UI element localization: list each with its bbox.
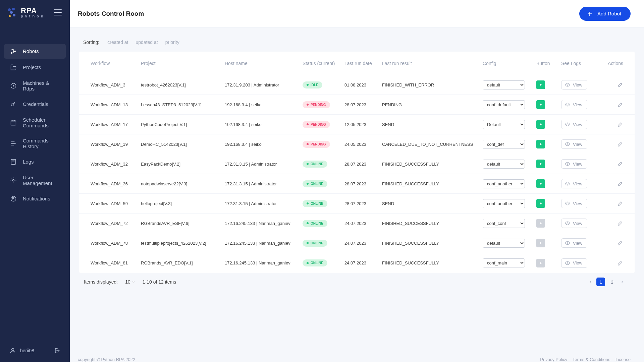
cell-last-run-date: 24.07.2023 <box>344 221 382 226</box>
sort-option[interactable]: created at <box>107 40 128 45</box>
status-badge: IDLE <box>303 81 322 88</box>
config-select[interactable]: default <box>483 160 525 169</box>
sidebar-item-users[interactable]: User Management <box>4 171 66 190</box>
config-select[interactable]: conf_def <box>483 140 525 149</box>
view-logs-button[interactable]: View <box>561 258 587 268</box>
footer-link[interactable]: Terms & Conditions <box>573 357 610 362</box>
run-button[interactable] <box>536 199 545 208</box>
edit-icon[interactable] <box>617 240 623 246</box>
config-select[interactable]: conf_main <box>483 258 525 267</box>
config-select[interactable]: conf_another <box>483 199 525 208</box>
run-button[interactable] <box>536 160 545 168</box>
table-row: Workflow_ADM_36 notepadwinserve22[V.3] 1… <box>79 174 635 194</box>
cell-run <box>536 199 561 208</box>
col-config[interactable]: Config <box>483 61 536 66</box>
logout-icon[interactable] <box>54 347 60 354</box>
run-button[interactable] <box>536 120 545 129</box>
cell-host: 172.31.3.15 | Administrator <box>225 162 303 167</box>
sidebar-item-notifications[interactable]: Notifications <box>4 191 66 206</box>
col-actions[interactable]: Actions <box>602 61 623 66</box>
chevron-down-icon <box>132 280 135 284</box>
run-button[interactable] <box>536 179 545 188</box>
run-button[interactable] <box>536 100 545 109</box>
view-logs-button[interactable]: View <box>561 139 587 149</box>
sidebar-item-logs[interactable]: Logs <box>4 155 66 169</box>
sidebar-item-scheduler[interactable]: Scheduler Commands <box>4 113 66 132</box>
cell-status: PENDING <box>303 101 344 108</box>
footer-link[interactable]: License <box>615 357 631 362</box>
config-select[interactable]: conf_another <box>483 179 525 188</box>
col-host[interactable]: Host name <box>225 61 303 66</box>
cell-config: default <box>483 80 536 89</box>
view-logs-button[interactable]: View <box>561 199 587 208</box>
run-button[interactable] <box>536 80 545 89</box>
sidebar-item-robots[interactable]: Robots <box>4 44 66 59</box>
edit-icon[interactable] <box>617 260 623 266</box>
edit-icon[interactable] <box>617 82 623 88</box>
edit-icon[interactable] <box>617 141 623 147</box>
page-size-select[interactable]: 10 <box>124 279 137 285</box>
eye-icon <box>565 181 570 186</box>
edit-icon[interactable] <box>617 161 623 167</box>
cell-view: View <box>561 120 602 129</box>
view-logs-button[interactable]: View <box>561 80 587 89</box>
footer-link[interactable]: Privacy Policy <box>540 357 567 362</box>
edit-icon[interactable] <box>617 102 623 108</box>
topbar: Robots Control Room Add Robot <box>70 0 644 27</box>
config-select[interactable]: Default <box>483 120 525 129</box>
add-robot-button[interactable]: Add Robot <box>579 7 631 21</box>
sort-option[interactable]: priority <box>165 40 179 45</box>
cell-view: View <box>561 139 602 149</box>
main: Robots Control Room Add Robot Sorting: c… <box>70 0 644 362</box>
cell-config: default <box>483 160 536 169</box>
view-logs-button[interactable]: View <box>561 159 587 169</box>
col-see-logs[interactable]: See Logs <box>561 61 602 66</box>
pager-next[interactable] <box>619 280 625 284</box>
svg-point-11 <box>567 104 568 105</box>
sidebar-item-history[interactable]: Commands History <box>4 134 66 153</box>
sort-option[interactable]: updated at <box>136 40 158 45</box>
edit-icon[interactable] <box>617 200 623 206</box>
svg-point-18 <box>567 242 568 244</box>
run-button[interactable] <box>536 140 545 148</box>
pager-page[interactable]: 1 <box>596 278 605 286</box>
sidebar-item-credentials[interactable]: Credentials <box>4 97 66 112</box>
svg-point-16 <box>567 203 568 204</box>
pager-page[interactable]: 2 <box>608 278 616 286</box>
cell-actions <box>602 141 623 147</box>
cell-last-run-date: 28.07.2023 <box>344 162 382 167</box>
col-status[interactable]: Status (current) <box>303 61 344 66</box>
robots-icon <box>10 48 17 55</box>
cell-actions <box>602 240 623 246</box>
edit-icon[interactable] <box>617 181 623 187</box>
col-workflow[interactable]: Workflow <box>91 61 141 66</box>
sidebar-item-label: Notifications <box>23 196 50 201</box>
hamburger-icon[interactable] <box>54 9 62 15</box>
config-select[interactable]: conf_conf <box>483 219 525 228</box>
cell-workflow: Workflow_ADM_32 <box>91 162 141 167</box>
edit-icon[interactable] <box>617 121 623 127</box>
config-select[interactable]: default <box>483 80 525 89</box>
run-button <box>536 259 545 267</box>
col-last-run-date[interactable]: Last run date <box>344 61 382 66</box>
col-project[interactable]: Project <box>141 61 225 66</box>
view-logs-button[interactable]: View <box>561 120 587 129</box>
cell-status: PENDING <box>303 141 344 148</box>
view-logs-button[interactable]: View <box>561 100 587 109</box>
sidebar-item-machines[interactable]: Machines & Rdps <box>4 76 66 96</box>
col-button[interactable]: Button <box>536 61 561 66</box>
pager-prev[interactable] <box>588 280 594 284</box>
config-select[interactable]: default <box>483 239 525 248</box>
edit-icon[interactable] <box>617 220 623 226</box>
cell-actions <box>602 102 623 108</box>
col-last-run-result[interactable]: Last run result <box>382 61 483 66</box>
items-displayed-label: Items displayed: <box>84 279 118 285</box>
user-block[interactable]: berii08 <box>9 347 34 354</box>
sidebar-item-projects[interactable]: Projects <box>4 60 66 75</box>
view-logs-button[interactable]: View <box>561 179 587 188</box>
cell-config: conf_another <box>483 179 536 188</box>
config-select[interactable]: conf_default <box>483 100 525 109</box>
view-logs-button[interactable]: View <box>561 219 587 228</box>
view-logs-button[interactable]: View <box>561 238 587 248</box>
eye-icon <box>565 221 570 226</box>
